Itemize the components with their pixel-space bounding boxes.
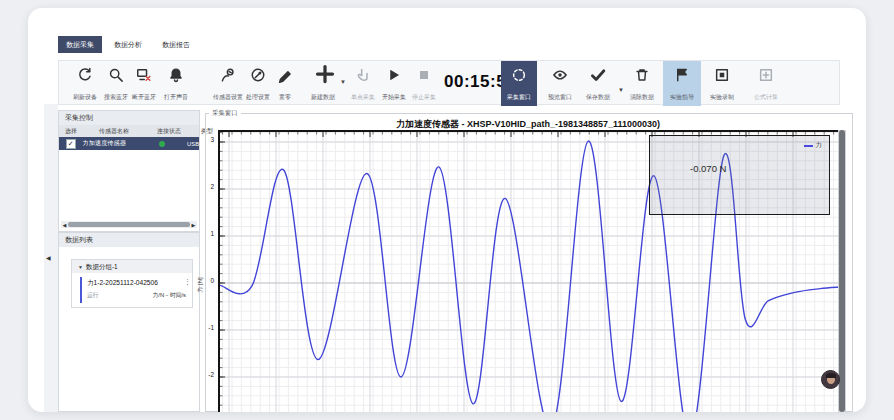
vertical-scrollbar[interactable] — [838, 130, 846, 412]
left-collapse-rail: ◀ — [44, 104, 58, 412]
status-dot — [159, 141, 165, 147]
scroll-right-icon[interactable]: ▶ — [190, 222, 197, 228]
bluetooth-disconnect-icon — [136, 67, 152, 83]
preview-eye-icon — [552, 67, 568, 83]
single-point-icon — [355, 67, 371, 83]
toolbar-formula-button: 公式计算 — [746, 61, 786, 106]
trash-icon — [634, 67, 650, 83]
data-group-header[interactable]: ▼数据分组-1 — [72, 260, 192, 273]
legend-series-label: 力 — [816, 141, 823, 150]
chart-plot-area: -0.070 N 力 — [218, 130, 842, 412]
column-header: 传感器名称 — [93, 125, 151, 137]
toolbar-plus-button[interactable]: 新建数据 — [308, 61, 338, 106]
data-list-panel: 数据列表 ▼数据分组-1 力1-2-20251112-042506 运行 力/N… — [58, 232, 200, 412]
refresh-icon — [77, 67, 93, 83]
collection-control-title: 采集控制 — [59, 111, 199, 125]
stop-icon — [416, 67, 432, 83]
zero-pen-icon — [277, 67, 293, 83]
scroll-left-icon[interactable]: ◀ — [61, 222, 68, 228]
avatar-hair-icon — [826, 373, 836, 378]
toolbar-capture-window-button[interactable]: 采集窗口 — [501, 61, 537, 106]
scrollbar-thumb[interactable] — [68, 222, 190, 227]
data-list-title: 数据列表 — [59, 233, 199, 247]
data-group-label: 数据分组-1 — [86, 263, 118, 270]
app-window: 数据采集数据分析数据报告 00:15:54 刷新设备搜索蓝牙断开蓝牙打开声音传感… — [28, 8, 866, 412]
toolbar-experiment-record-button[interactable]: 实验录制 — [702, 61, 742, 106]
y-tick-label: 2 — [188, 183, 214, 190]
value-annotation: -0.070 N — [690, 163, 726, 174]
bluetooth-search-icon — [108, 67, 124, 83]
horizontal-scrollbar[interactable]: ◀ ▶ — [61, 221, 197, 228]
process-settings-icon — [250, 67, 266, 83]
experiment-record-icon — [714, 67, 730, 83]
y-tick-label: -2 — [188, 371, 214, 378]
capture-window-icon — [511, 67, 527, 83]
formula-icon — [758, 67, 774, 83]
capture-window-panel-label: 采集窗口 — [209, 109, 241, 118]
chart-legend: 力 — [804, 141, 823, 150]
save-check-icon — [590, 67, 606, 83]
sensor-settings-icon — [220, 67, 236, 83]
tab-1[interactable]: 数据采集 — [58, 36, 102, 53]
desktop-background: 数据采集数据分析数据报告 00:15:54 刷新设备搜索蓝牙断开蓝牙打开声音传感… — [0, 0, 894, 420]
sensor-table-header: 选择传感器名称连接状态类型 — [59, 125, 199, 137]
y-tick-label: 1 — [188, 230, 214, 237]
sound-bell-icon — [168, 67, 184, 83]
data-item-axes: 力/N－时间/s — [153, 291, 187, 300]
sensor-name: 力加速度传感器 — [76, 139, 142, 148]
toolbar-stop-button: 停止采集 — [404, 61, 444, 106]
tab-3[interactable]: 数据报告 — [154, 36, 198, 53]
column-header: 选择 — [59, 125, 93, 137]
y-tick-label: -1 — [188, 324, 214, 331]
toolbar-sound-bell-button[interactable]: 打开声音 — [156, 61, 196, 106]
legend-line-icon — [804, 145, 813, 147]
tab-2[interactable]: 数据分析 — [106, 36, 150, 53]
tab-bar: 数据采集数据分析数据报告 — [58, 36, 198, 53]
toolbar-save-check-button[interactable]: 保存数据 — [578, 61, 618, 106]
y-tick-label: 3 — [188, 136, 214, 143]
collapse-panel-button[interactable]: ◀ — [46, 254, 51, 261]
sensor-checkbox[interactable]: ✓ — [66, 139, 76, 149]
data-item-status: 运行 — [87, 291, 99, 300]
data-item-name: 力1-2-20251112-042506 — [87, 279, 186, 288]
plus-icon — [315, 64, 331, 80]
toolbar-trash-button[interactable]: 清除数据 — [622, 61, 662, 106]
data-group: ▼数据分组-1 力1-2-20251112-042506 运行 力/N－时间/s… — [71, 259, 193, 308]
y-axis-label: 力 [N] — [196, 268, 206, 302]
scrollbar-thumb[interactable] — [839, 130, 845, 412]
elapsed-timer: 00:15:54 — [444, 72, 502, 92]
toolbar-zero-pen-button[interactable]: 置零 — [265, 61, 305, 106]
avatar-floating-button[interactable] — [821, 370, 840, 389]
tree-caret-icon: ▼ — [78, 264, 83, 270]
collection-control-panel: 采集控制 选择传感器名称连接状态类型 ✓力加速度传感器USB ◀ ▶ — [58, 110, 200, 232]
toolbar-preview-eye-button[interactable]: 预览窗口 — [540, 61, 580, 106]
experiment-guide-icon — [674, 67, 690, 83]
toolbar: 00:15:54 刷新设备搜索蓝牙断开蓝牙打开声音传感器设置处理设置置零新建数据… — [58, 60, 840, 105]
toolbar-experiment-guide-button[interactable]: 实验指导 — [663, 61, 701, 106]
play-icon — [386, 67, 402, 83]
sensor-row[interactable]: ✓力加速度传感器USB — [59, 137, 199, 150]
data-list-item[interactable]: 力1-2-20251112-042506 运行 力/N－时间/s ⋮ — [80, 277, 190, 303]
